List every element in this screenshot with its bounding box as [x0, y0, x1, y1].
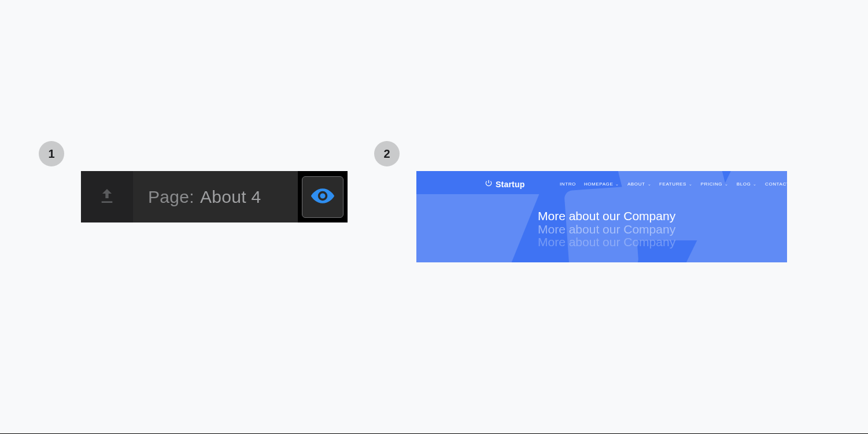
- preview-slot: [298, 171, 348, 222]
- upload-icon: [98, 187, 116, 207]
- nav-item-label: CONTACT: [765, 181, 787, 187]
- hero-nav: INTRO HOMEPAGE ⌄ ABOUT ⌄ FEATURES ⌄ PRIC…: [416, 171, 787, 187]
- nav-item-homepage[interactable]: HOMEPAGE ⌄: [584, 181, 619, 187]
- page-label: Page:: [148, 187, 194, 207]
- nav-item-label: ABOUT: [627, 181, 645, 187]
- nav-item-contact[interactable]: CONTACT ⌄: [765, 181, 787, 187]
- page-value: About 4: [200, 187, 261, 207]
- hero-heading-echo-2: More about our Company: [538, 236, 787, 249]
- step-badge-2: 2: [374, 141, 400, 166]
- hero-heading-stack: More about our Company More about our Co…: [538, 210, 787, 249]
- nav-item-label: BLOG: [737, 181, 751, 187]
- publish-button[interactable]: [81, 171, 133, 222]
- nav-item-pricing[interactable]: PRICING ⌄: [701, 181, 729, 187]
- nav-menu: INTRO HOMEPAGE ⌄ ABOUT ⌄ FEATURES ⌄ PRIC…: [560, 181, 787, 187]
- nav-item-label: INTRO: [560, 181, 576, 187]
- hero-heading-echo-1: More about our Company: [538, 223, 787, 236]
- chevron-down-icon: ⌄: [648, 182, 652, 187]
- nav-item-blog[interactable]: BLOG ⌄: [737, 181, 757, 187]
- chevron-down-icon: ⌄: [753, 182, 757, 187]
- website-hero-preview: Startup INTRO HOMEPAGE ⌄ ABOUT ⌄ FEATURE…: [416, 171, 787, 262]
- nav-item-features[interactable]: FEATURES ⌄: [659, 181, 693, 187]
- nav-item-label: PRICING: [701, 181, 723, 187]
- editor-toolbar: Page: About 4: [81, 171, 348, 222]
- chevron-down-icon: ⌄: [615, 182, 619, 187]
- chevron-down-icon: ⌄: [725, 182, 729, 187]
- nav-item-label: HOMEPAGE: [584, 181, 613, 187]
- step-badge-1: 1: [39, 141, 64, 166]
- nav-item-about[interactable]: ABOUT ⌄: [627, 181, 651, 187]
- preview-button[interactable]: [302, 176, 343, 218]
- chevron-down-icon: ⌄: [689, 182, 693, 187]
- hero-heading: More about our Company: [538, 210, 787, 223]
- nav-item-intro[interactable]: INTRO: [560, 181, 576, 187]
- page-selector[interactable]: Page: About 4: [133, 171, 298, 222]
- nav-item-label: FEATURES: [659, 181, 686, 187]
- eye-icon: [310, 183, 335, 211]
